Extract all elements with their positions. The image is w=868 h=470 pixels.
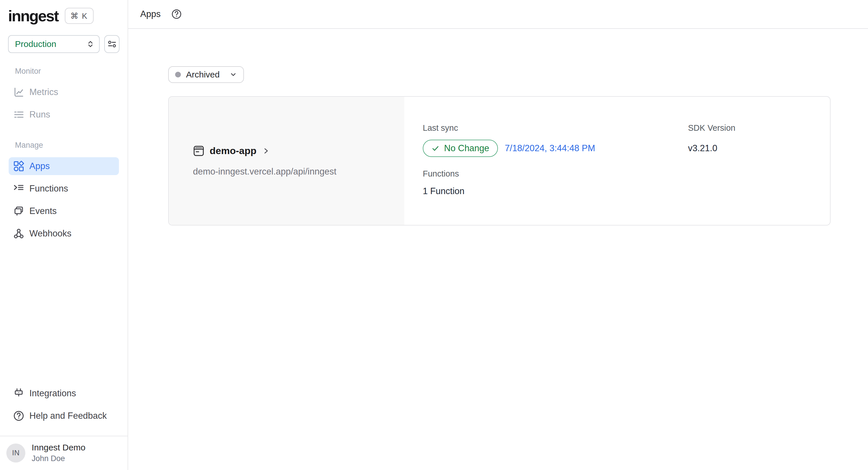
sidebar-item-runs[interactable]: Runs	[9, 106, 119, 124]
functions-count: 1 Function	[423, 186, 688, 196]
sidebar-item-integrations[interactable]: Integrations	[9, 384, 119, 402]
page-help-button[interactable]	[170, 8, 183, 20]
nav-section-monitor: Monitor	[15, 67, 119, 76]
archived-filter-label: Archived	[186, 70, 220, 80]
sync-status-badge: No Change	[423, 140, 498, 157]
select-up-down-icon	[86, 39, 95, 49]
sidebar-item-label: Metrics	[29, 87, 58, 97]
apps-grid-icon	[13, 160, 25, 172]
account-name: Inngest Demo	[32, 443, 86, 452]
sidebar-footer: Integrations Help and Feedback IN Innges…	[0, 384, 128, 470]
sliders-icon	[107, 39, 117, 49]
app-card-details: Last sync No Change 7/18/2024, 3:44:48 P…	[404, 97, 830, 225]
sidebar-nav: Monitor Metrics Runs Manage	[0, 67, 128, 247]
user-menu[interactable]: IN Inngest Demo John Doe	[0, 436, 128, 470]
environment-selected-value: Production	[15, 39, 56, 49]
last-sync-time-link[interactable]: 7/18/2024, 3:44:48 PM	[505, 143, 595, 154]
logo-row: inngest ⌘ K	[0, 0, 128, 25]
chevron-down-icon	[229, 71, 237, 78]
metrics-icon	[13, 86, 25, 98]
sdk-version-value: v3.21.0	[688, 143, 717, 154]
top-bar: Apps	[128, 0, 868, 29]
apps-content: Archived demo-app	[128, 29, 868, 225]
archived-filter-dropdown[interactable]: Archived	[168, 66, 244, 83]
sidebar-item-help-and-feedback[interactable]: Help and Feedback	[9, 407, 119, 425]
sidebar-item-label: Help and Feedback	[29, 411, 107, 421]
app-url: demo-inngest.vercel.app/api/inngest	[193, 166, 404, 177]
sidebar-item-label: Webhooks	[29, 228, 71, 239]
chevron-right-icon	[262, 147, 270, 155]
sidebar: inngest ⌘ K Production Monitor	[0, 0, 128, 470]
sidebar-item-functions[interactable]: Functions	[9, 180, 119, 197]
sidebar-item-metrics[interactable]: Metrics	[9, 83, 119, 101]
sidebar-item-events[interactable]: Events	[9, 202, 119, 220]
archived-status-dot-icon	[175, 72, 181, 77]
app-root: inngest ⌘ K Production Monitor	[0, 0, 868, 470]
inngest-logo[interactable]: inngest	[8, 7, 58, 25]
question-circle-icon	[13, 410, 25, 422]
plug-icon	[13, 387, 25, 400]
user-name: John Doe	[32, 454, 86, 463]
last-sync-label: Last sync	[423, 123, 688, 133]
app-box-icon	[193, 145, 205, 157]
events-icon	[13, 205, 25, 217]
functions-label: Functions	[423, 169, 688, 179]
display-options-button[interactable]	[104, 35, 120, 53]
check-icon	[431, 144, 439, 152]
runs-icon	[13, 108, 25, 121]
sdk-version-label: SDK Version	[688, 123, 830, 133]
app-name: demo-app	[210, 145, 256, 156]
webhooks-icon	[13, 227, 25, 240]
sync-status-text: No Change	[444, 143, 489, 154]
sidebar-item-label: Events	[29, 206, 57, 216]
app-card-summary: demo-app demo-inngest.vercel.app/api/inn…	[169, 97, 404, 225]
avatar: IN	[6, 443, 25, 463]
page-title: Apps	[140, 9, 161, 19]
app-card: demo-app demo-inngest.vercel.app/api/inn…	[168, 96, 831, 225]
question-circle-icon	[171, 8, 182, 20]
sidebar-item-label: Apps	[29, 161, 50, 171]
main-area: Apps Archived	[128, 0, 868, 470]
sidebar-item-label: Functions	[29, 183, 68, 194]
sidebar-item-label: Integrations	[29, 388, 76, 399]
command-k-shortcut[interactable]: ⌘ K	[65, 8, 94, 24]
app-title-link[interactable]: demo-app	[193, 145, 404, 157]
sidebar-item-apps[interactable]: Apps	[9, 157, 119, 175]
functions-icon	[13, 183, 25, 195]
environment-row: Production	[0, 35, 128, 53]
sidebar-item-webhooks[interactable]: Webhooks	[9, 225, 119, 243]
nav-section-manage: Manage	[15, 141, 119, 150]
sidebar-item-label: Runs	[29, 109, 50, 120]
environment-selector[interactable]: Production	[8, 35, 100, 53]
